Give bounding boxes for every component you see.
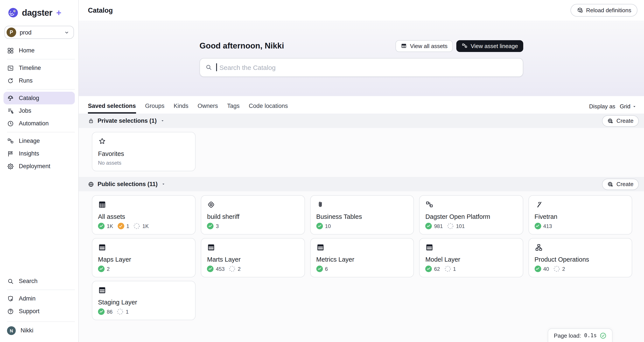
- table-icon: [401, 43, 407, 49]
- sidebar-item-runs[interactable]: Runs: [4, 74, 75, 87]
- view-asset-lineage-button[interactable]: View asset lineage: [456, 40, 523, 52]
- sidebar-item-home[interactable]: Home: [4, 44, 75, 57]
- asset-status-badges: 6: [316, 266, 408, 272]
- asset-status-badges: 2: [98, 266, 190, 272]
- caret-down-icon: [161, 182, 166, 186]
- selection-card-metrics-layer[interactable]: Metrics Layer6: [310, 238, 414, 277]
- display-as-grid-dropdown[interactable]: Grid: [620, 103, 637, 110]
- logo-row[interactable]: dagster +: [0, 6, 78, 19]
- section-toggle[interactable]: Public selections (11): [88, 181, 166, 187]
- sidebar-item-deployment[interactable]: Deployment: [4, 160, 75, 172]
- selection-cards-grid: FavoritesNo assets: [79, 128, 644, 177]
- selection-card-favorites[interactable]: FavoritesNo assets: [92, 132, 196, 171]
- badge-materialized: 981: [425, 223, 443, 229]
- asset-status-badges: 4532: [207, 266, 299, 272]
- sidebar-item-lineage[interactable]: Lineage: [4, 135, 75, 147]
- catalog-search-input[interactable]: Search the Catalog: [200, 58, 523, 77]
- tab-code-locations[interactable]: Code locations: [249, 103, 288, 114]
- badge-materialized: 2: [98, 266, 110, 272]
- materialized-icon: [207, 223, 214, 229]
- divider: [7, 322, 75, 322]
- sidebar-item-timeline[interactable]: Timeline: [4, 62, 75, 74]
- caret-down-icon: [632, 104, 637, 109]
- sidebar-item-label: Home: [19, 47, 34, 54]
- lineage-icon: [7, 137, 14, 144]
- section-toggle[interactable]: Private selections (1): [88, 118, 165, 124]
- section-title: Private selections (1): [98, 118, 156, 124]
- section-header-public-selections-11: Public selections (11)Create: [79, 177, 644, 191]
- selection-card-dagster-open-platform[interactable]: Dagster Open Platform981101: [419, 195, 523, 235]
- section-header-private-selections-1: Private selections (1)Create: [79, 114, 644, 128]
- card-title: Favorites: [98, 150, 190, 157]
- card-title: Staging Layer: [98, 299, 190, 306]
- selection-cards-grid: All assets1K11Kbuild sheriff3Business Ta…: [79, 191, 644, 326]
- tab-owners[interactable]: Owners: [198, 103, 218, 114]
- tab-kinds[interactable]: Kinds: [174, 103, 188, 114]
- check-circle-icon: [600, 332, 606, 339]
- tab-saved-selections[interactable]: Saved selections: [88, 103, 136, 114]
- selection-card-all-assets[interactable]: All assets1K11K: [92, 195, 196, 235]
- caret-down-icon: [160, 118, 165, 123]
- badge-materialized: 10: [316, 223, 331, 229]
- create-selection-button[interactable]: Create: [602, 178, 639, 190]
- selection-card-marts-layer[interactable]: Marts Layer4532: [201, 238, 305, 277]
- selection-card-business-tables[interactable]: Business Tables10: [310, 195, 414, 235]
- sidebar-item-jobs[interactable]: Jobs: [4, 104, 75, 117]
- shield-admin-icon: [7, 295, 14, 302]
- card-title: Product Operations: [534, 256, 626, 263]
- dagster-catalog-page: dagster + P prod HomeTimelineRunsCatalog…: [0, 0, 644, 342]
- view-all-assets-button[interactable]: View all assets: [396, 40, 453, 52]
- selection-card-staging-layer[interactable]: Staging Layer861: [92, 281, 196, 320]
- tab-tags[interactable]: Tags: [227, 103, 240, 114]
- sidebar-item-automation[interactable]: Automation: [4, 117, 75, 130]
- sidebar-nav: HomeTimelineRunsCatalogJobsAutomationLin…: [0, 42, 78, 172]
- sidebar-item-user[interactable]: N Nikki: [4, 324, 75, 337]
- clock-icon: [7, 120, 14, 127]
- org-switcher[interactable]: P prod: [4, 26, 74, 39]
- lineage-icon: [462, 43, 468, 49]
- badge-missing: 101: [447, 223, 464, 229]
- selection-card-product-operations[interactable]: Product Operations402: [528, 238, 632, 277]
- missing-icon: [444, 266, 451, 272]
- topbar: Catalog Reload definitions: [79, 0, 644, 20]
- create-selection-button[interactable]: Create: [602, 115, 639, 127]
- divider: [7, 89, 75, 90]
- create-label: Create: [616, 118, 634, 124]
- badge-materialized: 40: [534, 266, 549, 272]
- badge-count: 40: [543, 266, 549, 272]
- tab-groups[interactable]: Groups: [145, 103, 164, 114]
- badge-count: 3: [216, 223, 219, 229]
- sidebar-item-catalog[interactable]: Catalog: [4, 92, 75, 104]
- globe-plus-icon: [607, 181, 614, 187]
- materialized-icon: [98, 308, 104, 315]
- paperclip-icon: [316, 200, 324, 209]
- materialized-icon: [534, 266, 541, 272]
- asset-status-badges: 3: [207, 223, 299, 229]
- sidebar-item-label: Runs: [19, 77, 32, 84]
- card-title: Maps Layer: [98, 256, 190, 263]
- materialized-icon: [425, 223, 432, 229]
- badge-count: 2: [238, 266, 240, 272]
- divider: [7, 290, 75, 290]
- selection-card-fivetran[interactable]: Fivetran413: [528, 195, 632, 235]
- timeline-icon: [7, 64, 14, 71]
- sidebar-item-search[interactable]: Search: [4, 275, 75, 287]
- badge-count: 101: [456, 223, 464, 229]
- sidebar-item-label: Deployment: [19, 163, 50, 170]
- fivetran-logo-icon: [534, 200, 543, 209]
- card-title: build sheriff: [207, 213, 299, 220]
- dagster-plus-mark: +: [56, 8, 61, 18]
- selection-card-model-layer[interactable]: Model Layer621: [419, 238, 523, 277]
- reload-definitions-button[interactable]: Reload definitions: [570, 4, 638, 16]
- materialized-icon: [425, 266, 432, 272]
- asset-status-badges: 413: [534, 223, 626, 229]
- section-title: Public selections (11): [98, 181, 158, 187]
- selection-card-build-sheriff[interactable]: build sheriff3: [201, 195, 305, 235]
- asset-status-badges: 861: [98, 308, 190, 315]
- table-rows-icon: [98, 286, 106, 294]
- selection-card-maps-layer[interactable]: Maps Layer2: [92, 238, 196, 277]
- badge-count: 1: [453, 266, 456, 272]
- sidebar-item-admin[interactable]: Admin: [4, 292, 75, 305]
- sidebar-item-support[interactable]: Support: [4, 305, 75, 318]
- sidebar-item-insights[interactable]: Insights: [4, 147, 75, 160]
